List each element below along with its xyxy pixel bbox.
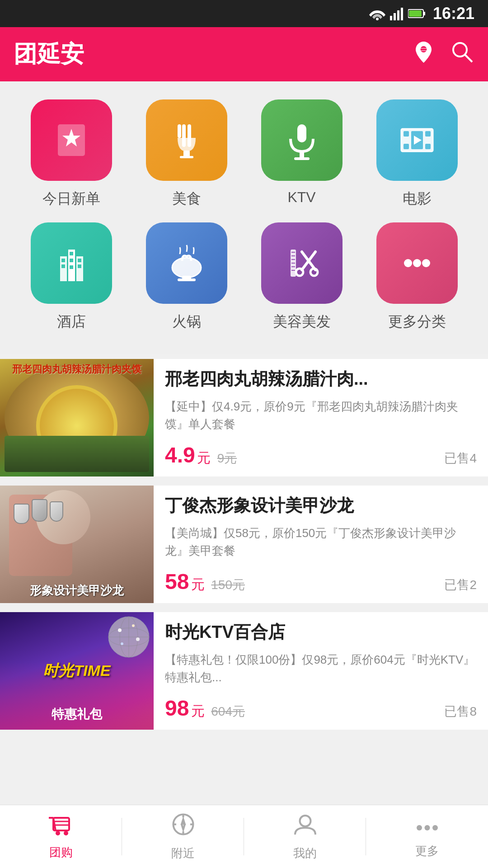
svg-point-83 — [424, 825, 430, 830]
deals-list: 邢老四肉丸胡辣汤腊汁肉夹馍 邢老四肉丸胡辣汤腊汁肉... 【延中】仅4.9元，原… — [0, 354, 488, 743]
deal-price-original-2: 150元 — [211, 578, 245, 592]
category-icon-jd — [31, 222, 112, 304]
category-label-more: 更多分类 — [388, 312, 446, 332]
deal-image-text-sub-3: 特惠礼包 — [0, 706, 154, 723]
deal-price-unit-1: 元 — [197, 450, 211, 465]
category-label-mrmf: 美容美发 — [273, 312, 331, 332]
category-item-more[interactable]: 更多分类 — [367, 222, 467, 332]
svg-rect-25 — [404, 144, 409, 149]
svg-point-8 — [421, 46, 427, 52]
svg-rect-20 — [294, 157, 310, 160]
nav-label-gengduo: 更多 — [415, 843, 439, 859]
deal-price-current-1: 4.9 — [165, 443, 195, 467]
svg-rect-19 — [300, 151, 304, 158]
svg-rect-24 — [425, 131, 431, 137]
svg-rect-33 — [61, 264, 65, 268]
deal-item-2[interactable]: 形象设计美甲沙龙 丁俊杰形象设计美甲沙龙 【美尚城】仅58元，原价150元『丁俊… — [0, 486, 488, 603]
svg-rect-47 — [291, 263, 295, 264]
svg-rect-3 — [397, 10, 399, 20]
nav-item-gengduo[interactable]: 更多 — [366, 805, 488, 868]
svg-point-73 — [64, 831, 68, 835]
category-item-ktv[interactable]: KTV — [252, 99, 352, 209]
category-item-dy[interactable]: 电影 — [367, 99, 467, 209]
status-bar: 16:21 — [0, 0, 488, 27]
search-button[interactable] — [450, 39, 474, 70]
deal-title-3: 时光KTV百合店 — [165, 621, 477, 643]
svg-point-63 — [118, 628, 122, 632]
user-icon — [293, 812, 318, 842]
deal-price-3: 98 元 604元 — [165, 696, 245, 721]
svg-rect-37 — [78, 259, 81, 262]
disco-ball-icon — [106, 614, 151, 660]
category-grid: 今日新单 美食 — [0, 81, 488, 354]
deal-sold-1: 已售4 — [444, 450, 477, 467]
svg-point-52 — [296, 269, 303, 276]
nav-item-fujin[interactable]: 附近 — [122, 805, 244, 868]
category-row-2: 酒店 火锅 — [14, 222, 474, 332]
deal-price-1: 4.9 元 9元 — [165, 443, 237, 467]
deal-desc-1: 【延中】仅4.9元，原价9元『邢老四肉丸胡辣汤腊汁肉夹馍』单人套餐 — [165, 398, 477, 433]
svg-point-72 — [56, 831, 60, 835]
deal-title-1: 邢老四肉丸胡辣汤腊汁肉... — [165, 368, 477, 390]
film-icon — [397, 120, 437, 160]
svg-rect-32 — [61, 259, 65, 262]
svg-line-10 — [465, 54, 472, 62]
category-label-ktv: KTV — [287, 189, 315, 206]
svg-rect-45 — [291, 255, 295, 256]
nav-label-tuangou: 团购 — [49, 844, 73, 860]
nav-item-wode[interactable]: 我的 — [244, 805, 366, 868]
svg-rect-1 — [390, 16, 392, 20]
svg-rect-4 — [401, 8, 403, 20]
deal-price-unit-3: 元 — [191, 703, 205, 718]
deal-image-text-main-3: 时光TIME — [0, 660, 154, 681]
svg-point-81 — [300, 816, 310, 826]
deal-desc-2: 【美尚城】仅58元，原价150元『丁俊杰形象设计美甲沙龙』美甲套餐 — [165, 524, 477, 560]
bottom-nav: 团购 附近 我的 — [0, 805, 488, 868]
category-label-dy: 电影 — [403, 189, 432, 209]
scissors-icon — [282, 243, 322, 283]
deal-price-original-3: 604元 — [211, 704, 245, 718]
category-icon-dy — [376, 99, 458, 181]
category-icon-mrmf — [261, 222, 343, 304]
search-icon — [450, 39, 474, 64]
header-actions — [411, 39, 474, 70]
svg-point-0 — [376, 18, 379, 20]
deal-price-unit-2: 元 — [191, 577, 205, 592]
wifi-icon — [369, 7, 385, 20]
svg-rect-35 — [70, 259, 73, 262]
deal-price-current-2: 58 — [165, 570, 189, 594]
app-title: 团延安 — [14, 38, 84, 70]
deal-item-1[interactable]: 邢老四肉丸胡辣汤腊汁肉夹馍 邢老四肉丸胡辣汤腊汁肉... 【延中】仅4.9元，原… — [0, 359, 488, 476]
deal-title-2: 丁俊杰形象设计美甲沙龙 — [165, 495, 477, 517]
category-item-jrxd[interactable]: 今日新单 — [22, 99, 121, 209]
deal-footer-3: 98 元 604元 已售8 — [165, 696, 477, 721]
location-icon — [411, 39, 436, 64]
nav-item-tuangou[interactable]: 团购 — [0, 805, 122, 868]
svg-rect-46 — [291, 259, 295, 260]
svg-point-53 — [310, 269, 318, 276]
category-item-hg[interactable]: 火锅 — [137, 222, 236, 332]
deal-price-2: 58 元 150元 — [165, 569, 245, 594]
star-icon — [51, 120, 92, 160]
category-item-jd[interactable]: 酒店 — [22, 222, 121, 332]
battery-icon — [408, 8, 426, 19]
svg-rect-36 — [70, 265, 73, 269]
dots-icon — [415, 815, 440, 840]
category-label-jd: 酒店 — [57, 312, 86, 332]
nav-label-wode: 我的 — [293, 845, 317, 861]
deal-sold-2: 已售2 — [444, 576, 477, 594]
category-item-mrmf[interactable]: 美容美发 — [252, 222, 352, 332]
hotpot-icon — [166, 243, 207, 283]
svg-rect-2 — [394, 13, 396, 20]
svg-rect-15 — [178, 124, 181, 138]
deal-item-3[interactable]: 时光TIME 特惠礼包 时光KTV百合店 【特惠礼包！仅限100份】仅98元，原… — [0, 612, 488, 730]
deal-content-3: 时光KTV百合店 【特惠礼包！仅限100份】仅98元，原价604元『时光KTV』… — [154, 612, 488, 730]
svg-point-64 — [132, 624, 135, 627]
category-item-ms[interactable]: 美食 — [137, 99, 236, 209]
svg-point-65 — [136, 637, 140, 641]
food-icon — [166, 120, 207, 160]
location-button[interactable] — [411, 39, 436, 70]
more-dots-icon — [397, 243, 437, 283]
deal-price-original-1: 9元 — [217, 451, 237, 465]
app-header: 团延安 — [0, 27, 488, 81]
